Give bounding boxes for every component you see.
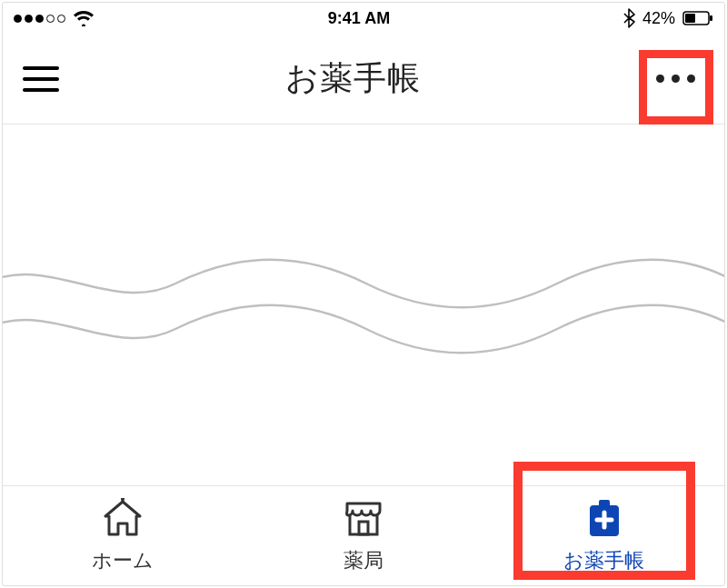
highlight-box-tab xyxy=(513,462,695,580)
status-right: 42% xyxy=(623,8,713,28)
page-title: お薬手帳 xyxy=(285,56,421,101)
tab-home[interactable]: ホーム xyxy=(3,486,244,585)
svg-rect-2 xyxy=(710,15,712,21)
bluetooth-icon xyxy=(623,8,635,28)
svg-rect-4 xyxy=(359,522,368,534)
tab-label: ホーム xyxy=(92,547,154,574)
status-time: 9:41 AM xyxy=(328,9,390,28)
wifi-icon xyxy=(73,10,95,26)
tab-label: 薬局 xyxy=(344,547,383,574)
home-icon xyxy=(102,498,144,538)
nav-bar: お薬手帳 xyxy=(3,34,724,125)
signal-strength-icon xyxy=(14,15,65,23)
battery-percentage: 42% xyxy=(642,9,675,28)
status-bar: 9:41 AM 42% xyxy=(3,3,724,34)
content-area xyxy=(3,125,724,486)
status-left xyxy=(14,10,95,26)
store-icon xyxy=(342,498,385,538)
truncation-wave-icon xyxy=(2,297,725,361)
battery-icon xyxy=(682,11,713,25)
highlight-box-more xyxy=(639,50,713,125)
tab-pharmacy[interactable]: 薬局 xyxy=(244,486,484,585)
svg-rect-1 xyxy=(685,14,695,23)
hamburger-menu-icon[interactable] xyxy=(23,66,59,92)
